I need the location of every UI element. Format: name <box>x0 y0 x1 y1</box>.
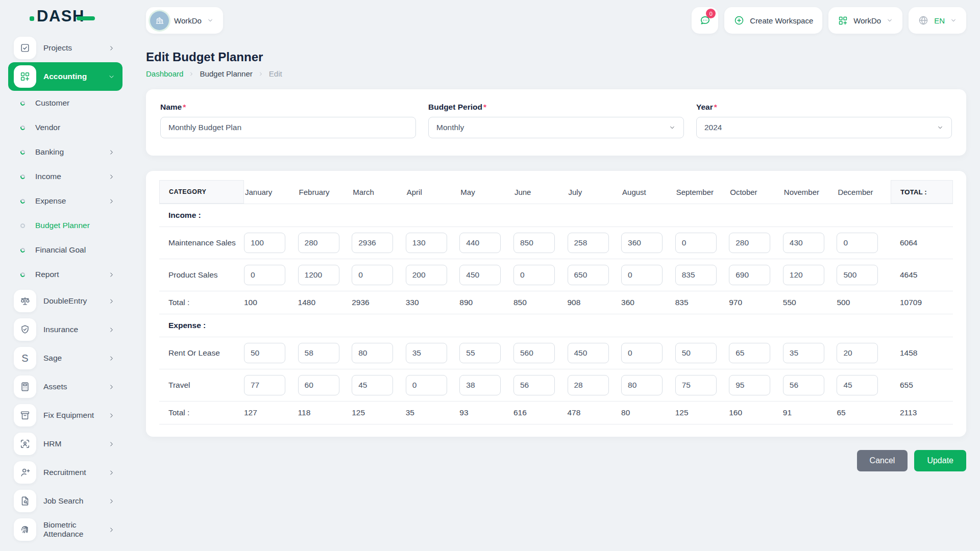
sidebar-subitem-financial-goal[interactable]: Financial Goal <box>8 238 122 262</box>
chevron-right-icon <box>108 526 115 534</box>
required-mark: * <box>714 103 717 111</box>
travel-august-input[interactable] <box>621 375 663 395</box>
budget-row-maintenance-sales: Maintenance Sales 6064 <box>159 227 953 259</box>
create-workspace-button[interactable]: Create Workspace <box>724 7 822 34</box>
product-sales-december-input[interactable] <box>837 265 878 285</box>
sidebar-item-doubleentry[interactable]: DoubleEntry <box>8 287 122 315</box>
language-selector[interactable]: EN <box>909 7 966 34</box>
sidebar-item-biometric-attendance[interactable]: Biometric Attendance <box>8 515 122 544</box>
travel-july-input[interactable] <box>568 375 609 395</box>
travel-february-input[interactable] <box>298 375 339 395</box>
rent-or-lease-december-input[interactable] <box>837 343 878 363</box>
section-row-expense: Expense : <box>159 314 953 337</box>
sidebar-item-projects[interactable]: Projects <box>8 34 122 62</box>
rent-or-lease-august-input[interactable] <box>621 343 663 363</box>
month-total-november: 550 <box>783 298 837 307</box>
maintenance-sales-august-input[interactable] <box>621 233 663 253</box>
product-sales-april-input[interactable] <box>406 265 447 285</box>
sidebar-subitem-customer[interactable]: Customer <box>8 91 122 115</box>
travel-april-input[interactable] <box>406 375 447 395</box>
name-field-group: Name* <box>160 103 416 138</box>
maintenance-sales-october-input[interactable] <box>729 233 770 253</box>
month-header-january: January <box>244 188 298 196</box>
product-sales-september-input[interactable] <box>675 265 717 285</box>
chevron-down-icon <box>207 17 214 24</box>
budget-period-select[interactable]: Monthly <box>428 117 684 138</box>
maintenance-sales-march-input[interactable] <box>352 233 393 253</box>
main-area: WorkDo 0 Create Workspace WorkDo <box>132 0 980 551</box>
maintenance-sales-february-input[interactable] <box>298 233 339 253</box>
sidebar-item-hrm[interactable]: HRM <box>8 430 122 458</box>
travel-september-input[interactable] <box>675 375 717 395</box>
brand-logo[interactable]: DASH <box>0 0 132 33</box>
travel-may-input[interactable] <box>459 375 501 395</box>
messages-button[interactable]: 0 <box>692 7 718 34</box>
sidebar-subitem-banking[interactable]: Banking <box>8 140 122 164</box>
product-sales-march-input[interactable] <box>352 265 393 285</box>
travel-november-input[interactable] <box>783 375 824 395</box>
name-input[interactable] <box>160 117 416 138</box>
rent-or-lease-november-input[interactable] <box>783 343 824 363</box>
sidebar-item-assets[interactable]: Assets <box>8 372 122 401</box>
maintenance-sales-december-input[interactable] <box>837 233 878 253</box>
sidebar-subitem-vendor[interactable]: Vendor <box>8 115 122 140</box>
sidebar-item-accounting[interactable]: Accounting <box>8 62 122 91</box>
rent-or-lease-july-input[interactable] <box>568 343 609 363</box>
chevron-right-icon <box>108 326 115 334</box>
sidebar-item-insurance[interactable]: Insurance <box>8 315 122 344</box>
year-select[interactable]: 2024 <box>696 117 952 138</box>
sidebar-item-fix-equipment[interactable]: Fix Equipment <box>8 401 122 430</box>
rent-or-lease-february-input[interactable] <box>298 343 339 363</box>
workspace-menu-button[interactable]: WorkDo <box>828 7 902 34</box>
page-title: Edit Budget Planner <box>146 50 966 64</box>
product-sales-november-input[interactable] <box>783 265 824 285</box>
rent-or-lease-may-input[interactable] <box>459 343 501 363</box>
required-mark: * <box>183 103 186 111</box>
row-total: 655 <box>891 381 953 390</box>
sidebar-item-sage[interactable]: S Sage <box>8 344 122 372</box>
product-sales-january-input[interactable] <box>244 265 285 285</box>
product-sales-july-input[interactable] <box>568 265 609 285</box>
maintenance-sales-june-input[interactable] <box>513 233 555 253</box>
breadcrumb-link-dashboard[interactable]: Dashboard <box>146 69 183 78</box>
globe-icon <box>918 15 929 26</box>
rent-or-lease-march-input[interactable] <box>352 343 393 363</box>
sidebar-subitem-report[interactable]: Report <box>8 262 122 287</box>
product-sales-october-input[interactable] <box>729 265 770 285</box>
workspace-selector[interactable]: WorkDo <box>146 7 223 34</box>
rent-or-lease-september-input[interactable] <box>675 343 717 363</box>
rent-or-lease-january-input[interactable] <box>244 343 285 363</box>
month-total-february: 1480 <box>298 298 352 307</box>
update-button[interactable]: Update <box>914 450 966 471</box>
product-sales-february-input[interactable] <box>298 265 339 285</box>
travel-march-input[interactable] <box>352 375 393 395</box>
sidebar-subitem-expense[interactable]: Expense <box>8 189 122 213</box>
maintenance-sales-september-input[interactable] <box>675 233 717 253</box>
sidebar-subitem-budget-planner[interactable]: Budget Planner <box>8 213 122 238</box>
maintenance-sales-april-input[interactable] <box>406 233 447 253</box>
sidebar-item-recruitment[interactable]: Recruitment <box>8 458 122 487</box>
sidebar-item-job-search[interactable]: Job Search <box>8 487 122 515</box>
product-sales-may-input[interactable] <box>459 265 501 285</box>
maintenance-sales-january-input[interactable] <box>244 233 285 253</box>
travel-october-input[interactable] <box>729 375 770 395</box>
travel-december-input[interactable] <box>837 375 878 395</box>
product-sales-august-input[interactable] <box>621 265 663 285</box>
product-sales-june-input[interactable] <box>513 265 555 285</box>
maintenance-sales-november-input[interactable] <box>783 233 824 253</box>
month-total-september: 835 <box>675 298 729 307</box>
maintenance-sales-july-input[interactable] <box>568 233 609 253</box>
travel-june-input[interactable] <box>513 375 555 395</box>
travel-january-input[interactable] <box>244 375 285 395</box>
sidebar-subitem-income[interactable]: Income <box>8 164 122 189</box>
rent-or-lease-april-input[interactable] <box>406 343 447 363</box>
breadcrumb-item-budget-planner[interactable]: Budget Planner <box>200 69 252 78</box>
cancel-button[interactable]: Cancel <box>857 450 908 471</box>
rent-or-lease-october-input[interactable] <box>729 343 770 363</box>
required-mark: * <box>483 103 486 111</box>
letter-s-icon: S <box>14 347 36 369</box>
maintenance-sales-may-input[interactable] <box>459 233 501 253</box>
budget-table: CATEGORY JanuaryFebruaryMarchAprilMayJun… <box>159 180 953 424</box>
bullet-icon <box>20 149 26 155</box>
rent-or-lease-june-input[interactable] <box>513 343 555 363</box>
